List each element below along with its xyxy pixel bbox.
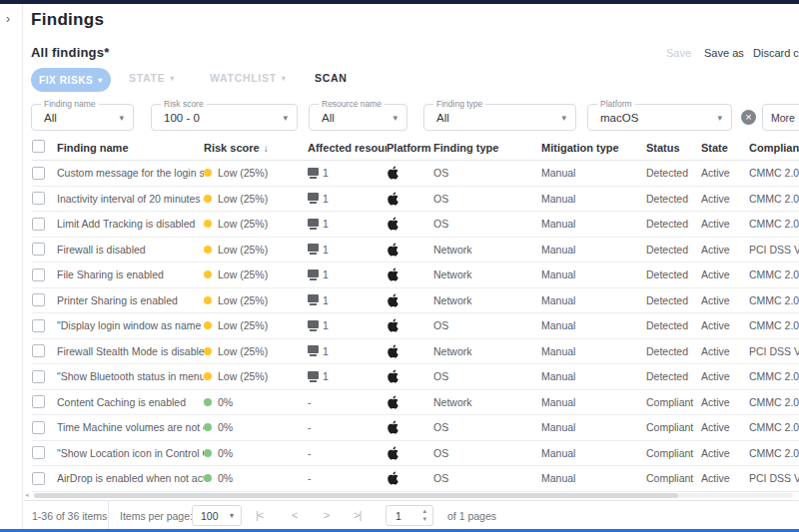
state-button[interactable]: STATE ▾ [129,72,175,84]
scroll-left-icon[interactable]: ◂ [25,491,29,499]
risk-dot [204,372,212,380]
state-cell: Active [701,218,749,230]
row-checkbox[interactable] [32,319,45,332]
sidebar-expand-icon[interactable]: › [6,12,10,26]
table-row[interactable]: Limit Add Tracking is disabled Low (25%)… [32,212,799,238]
page-number-input[interactable]: 1 ▴ ▾ [386,505,433,526]
row-checkbox[interactable] [32,395,45,408]
finding-type-cell: Network [433,244,541,256]
table-row[interactable]: Firewall Stealth Mode is disabled Low (2… [32,339,799,365]
header-compliance[interactable]: Compliance [749,142,799,154]
header-state[interactable]: State [701,142,749,154]
row-checkbox[interactable] [32,446,45,459]
header-risk-score[interactable]: Risk score↓ [204,142,308,154]
monitor-icon [308,168,319,176]
finding-name-cell: Firewall Stealth Mode is disabled [57,345,204,357]
chevron-down-icon: ▾ [561,113,566,123]
header-finding-name[interactable]: Finding name [57,142,204,154]
scrollbar-track[interactable] [34,493,793,498]
more-filters-button[interactable]: More [762,104,799,131]
filter-finding-name[interactable]: Finding name All ▾ [31,104,134,131]
compliance-cell: CMMC 2.0 (US [749,370,799,382]
filter-platform[interactable]: Platform macOS ▾ [587,104,732,131]
table-row[interactable]: Content Caching is enabled 0% - Network … [32,390,799,416]
row-checkbox[interactable] [32,192,45,205]
scan-button[interactable]: SCAN [315,72,348,84]
risk-score-cell: Low (25%) [204,319,308,331]
header-finding-type[interactable]: Finding type [433,142,541,154]
filter-resource-name[interactable]: Resource name All ▾ [309,104,407,131]
apple-icon [387,293,400,307]
monitor-icon [308,294,319,302]
row-checkbox[interactable] [32,472,45,485]
row-checkbox[interactable] [32,344,45,357]
platform-cell [387,395,433,409]
finding-type-cell: Network [433,345,541,357]
header-status[interactable]: Status [646,142,701,154]
affected-resources-cell: - [308,447,387,459]
row-select-cell [32,370,57,383]
table-row[interactable]: File Sharing is enabled Low (25%) 1 Netw… [32,263,799,288]
row-checkbox[interactable] [32,293,45,306]
first-page-icon[interactable]: |< [256,509,263,521]
finding-name-cell: Content Caching is enabled [57,396,204,408]
row-checkbox[interactable] [32,421,45,434]
fix-risks-button[interactable]: FIX RISKS ▾ [31,68,111,92]
row-checkbox[interactable] [32,167,45,180]
spin-up-icon[interactable]: ▴ [422,507,426,515]
page-stepper[interactable]: ▴ ▾ [422,507,426,523]
risk-score-cell: 0% [204,421,308,433]
risk-dot [204,474,212,482]
state-cell: Active [701,294,749,306]
row-select-cell [32,472,57,485]
row-select-cell [32,344,57,357]
chevron-down-icon: ▾ [98,76,103,85]
chevron-down-icon: ▾ [230,511,234,520]
select-all-checkbox[interactable] [32,140,45,153]
table-row[interactable]: AirDrop is enabled when not actively... … [32,466,799,492]
table-row[interactable]: Inactivity interval of 20 minutes or l..… [32,187,799,213]
discard-changes-button[interactable]: Discard changes [753,47,799,59]
monitor-icon [308,345,319,353]
state-cell: Active [701,370,749,382]
table-row[interactable]: "Display login window as name and ... Lo… [32,313,799,339]
finding-name-cell: AirDrop is enabled when not actively... [57,472,204,484]
risk-score-cell: Low (25%) [204,167,308,179]
mitigation-type-cell: Manual [541,244,646,256]
status-cell: Detected [646,345,701,357]
table-row[interactable]: "Show Bluetooth status in menu bar... Lo… [32,364,799,390]
row-checkbox[interactable] [32,370,45,383]
row-checkbox[interactable] [32,243,45,256]
status-cell: Detected [646,244,701,256]
next-page-icon[interactable]: > [324,509,329,521]
table-row[interactable]: Time Machine volumes are not encry... 0%… [32,415,799,441]
mitigation-type-cell: Manual [541,345,646,357]
filter-finding-type[interactable]: Finding type All ▾ [423,104,576,131]
row-checkbox[interactable] [32,218,45,231]
header-affected-resources[interactable]: Affected resour... [308,142,387,154]
clear-filter-icon[interactable]: × [741,110,756,125]
table-row[interactable]: "Show Location icon in Control Cent... 0… [32,441,799,467]
save-as-button[interactable]: Save as [704,47,744,59]
scrollbar-thumb[interactable] [34,493,678,498]
header-platform[interactable]: Platform [387,142,433,154]
last-page-icon[interactable]: >| [354,509,361,521]
filter-risk-score[interactable]: Risk score 100 - 0 ▾ [151,104,298,131]
monitor-icon [308,371,319,379]
spin-down-icon[interactable]: ▾ [422,515,426,523]
mitigation-type-cell: Manual [541,294,646,306]
table-row[interactable]: Printer Sharing is enabled Low (25%) 1 N… [32,288,799,314]
risk-score-cell: Low (25%) [204,345,308,357]
prev-page-icon[interactable]: < [292,509,297,521]
row-checkbox[interactable] [32,268,45,281]
state-cell: Active [701,319,749,331]
items-per-page-select[interactable]: 100 ▾ [192,505,242,526]
chevron-down-icon: ▾ [170,74,175,83]
save-button[interactable]: Save [666,47,691,59]
compliance-cell: CMMC 2.0 (US [749,193,799,205]
table-row[interactable]: Custom message for the login scree... Lo… [32,161,799,187]
table-row[interactable]: Firewall is disabled Low (25%) 1 Network… [32,238,799,264]
row-select-cell [32,167,57,180]
watchlist-button[interactable]: WATCHLIST ▾ [210,72,286,84]
header-mitigation-type[interactable]: Mitigation type [541,142,646,154]
